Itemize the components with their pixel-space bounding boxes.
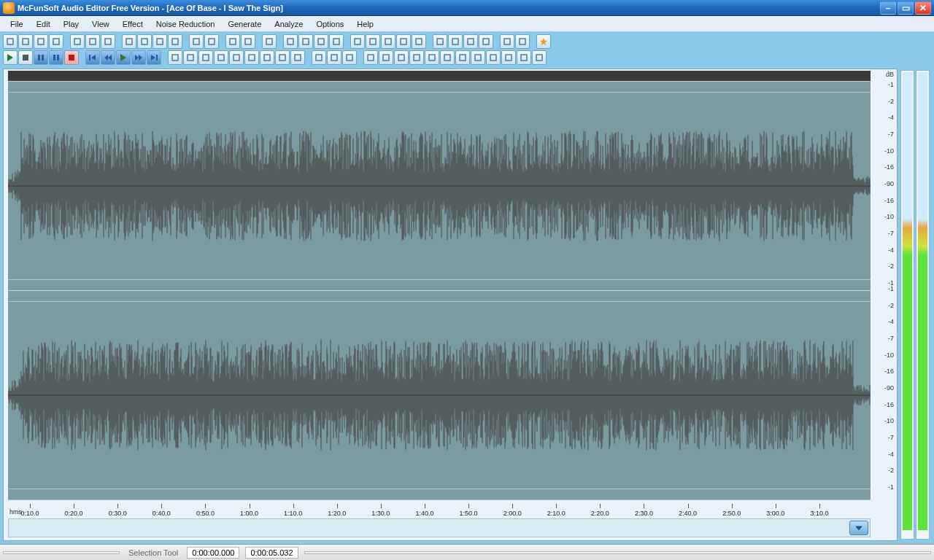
toolbtn-a5[interactable]: [425, 50, 439, 65]
menu-analyze[interactable]: Analyze: [269, 18, 309, 31]
toolbtn-a1[interactable]: [363, 50, 378, 65]
toolbtn-tool9[interactable]: [290, 50, 305, 65]
toolbtn-paste[interactable]: [153, 34, 167, 49]
toolbtn-effect1[interactable]: [433, 34, 447, 49]
toolbtn-amplify[interactable]: [366, 34, 380, 49]
toolbtn-tool5[interactable]: [229, 50, 244, 65]
toolbtn-compressor[interactable]: [381, 34, 395, 49]
toolbtn-equalizer[interactable]: [396, 34, 411, 49]
toolbtn-marker2[interactable]: [515, 34, 530, 49]
toolbtn-open-file[interactable]: [18, 34, 33, 49]
toolbtn-stop[interactable]: [18, 50, 33, 65]
menu-view[interactable]: View: [86, 18, 115, 31]
menu-help[interactable]: Help: [351, 18, 379, 31]
tracks-container[interactable]: [8, 81, 871, 499]
toolbtn-a6[interactable]: [440, 50, 455, 65]
toolbtn-a7[interactable]: [455, 50, 470, 65]
toolbtn-trim[interactable]: [204, 34, 219, 49]
toolbtn-new-file[interactable]: [3, 34, 18, 49]
menu-file[interactable]: File: [4, 18, 29, 31]
toolbtn-tool7[interactable]: [260, 50, 274, 65]
toolbtn-a10[interactable]: [501, 50, 516, 65]
toolbtn-save-file[interactable]: [34, 34, 48, 49]
toolbtn-pause2[interactable]: [49, 50, 63, 65]
toolbtn-crop[interactable]: [189, 34, 204, 49]
toolbtn-skip-start[interactable]: [85, 50, 100, 65]
toolbtn-copy2[interactable]: [137, 34, 152, 49]
toolbtn-a9[interactable]: [486, 50, 501, 65]
toolbtn-envelope[interactable]: [412, 34, 426, 49]
toolbtn-a2[interactable]: [379, 50, 393, 65]
toolbtn-tool3[interactable]: [198, 50, 213, 65]
toolbtn-tool8[interactable]: [275, 50, 290, 65]
toolbtn-repeat[interactable]: [101, 34, 115, 49]
toolbtn-vol-minus[interactable]: [298, 34, 313, 49]
toolbtn-cut[interactable]: [122, 34, 136, 49]
toolbtn-mix-paste[interactable]: [241, 34, 255, 49]
menu-options[interactable]: Options: [310, 18, 350, 31]
toolbtn-ffwd[interactable]: [131, 50, 146, 65]
close-button[interactable]: ✕: [915, 1, 931, 15]
time-tick: [512, 504, 513, 508]
toolbtn-delete[interactable]: [168, 34, 182, 49]
time-tick-label: 3:00.0: [766, 510, 784, 517]
status-selection-end: 0:00:05.032: [245, 547, 298, 559]
toolbtn-tool2[interactable]: [183, 50, 198, 65]
svg-rect-16: [287, 39, 293, 44]
track-right[interactable]: [8, 290, 871, 499]
toolbtn-a11[interactable]: [517, 50, 531, 65]
toolbtn-record[interactable]: [64, 50, 79, 65]
toolbtn-filters[interactable]: [463, 34, 478, 49]
toolbtn-mix[interactable]: [225, 34, 240, 49]
toolbtn-play2[interactable]: [116, 50, 131, 65]
toolbtn-a4[interactable]: [409, 50, 424, 65]
minimize-button[interactable]: –: [880, 1, 896, 15]
toolbtn-play[interactable]: [3, 50, 18, 65]
title-bar: McFunSoft Audio Editor Free Version - [A…: [0, 0, 934, 16]
toolbtn-a12[interactable]: [532, 50, 547, 65]
time-tick-label: 2:40.0: [679, 510, 697, 517]
toolbtn-tool6[interactable]: [244, 50, 259, 65]
menu-edit[interactable]: Edit: [31, 18, 56, 31]
toolbtn-effect2[interactable]: [448, 34, 463, 49]
toolbtn-redo[interactable]: [85, 34, 100, 49]
track-left[interactable]: [8, 81, 871, 290]
toolbtn-marker1[interactable]: [500, 34, 514, 49]
toolbtn-star[interactable]: [536, 34, 551, 49]
toolbtn-fx3[interactable]: [342, 50, 357, 65]
toolbtn-fade-out[interactable]: [329, 34, 344, 49]
menu-play[interactable]: Play: [58, 18, 85, 31]
db-tick: -16: [884, 368, 894, 375]
toolbtn-fx1[interactable]: [312, 50, 326, 65]
svg-rect-30: [520, 39, 525, 44]
scroll-thumb[interactable]: [849, 521, 868, 535]
toolbtn-a3[interactable]: [394, 50, 409, 65]
toolbtn-spectral[interactable]: [479, 34, 493, 49]
menu-noise-reduction[interactable]: Noise Reduction: [150, 18, 221, 31]
toolbtn-undo[interactable]: [70, 34, 85, 49]
menu-effect[interactable]: Effect: [117, 18, 149, 31]
time-ruler[interactable]: hms 0:10.00:20.00:30.00:40.00:50.01:00.0…: [8, 499, 871, 517]
toolbtn-a8[interactable]: [471, 50, 485, 65]
waveform-panel: dB -1-2-4-7-10-16-90-16-10-7-4-2-1-1-2-4…: [3, 69, 898, 541]
toolbtn-tool1[interactable]: [168, 50, 182, 65]
toolbtn-copy[interactable]: [49, 34, 63, 49]
time-tick-label: 0:30.0: [109, 510, 127, 517]
svg-rect-9: [157, 39, 163, 44]
horizontal-scrollbar[interactable]: [8, 518, 871, 537]
menu-bar: File Edit Play View Effect Noise Reducti…: [0, 16, 934, 32]
toolbtn-tool4[interactable]: [214, 50, 228, 65]
menu-generate[interactable]: Generate: [222, 18, 267, 31]
toolbtn-rewind[interactable]: [101, 50, 115, 65]
svg-rect-34: [53, 55, 55, 61]
toolbtn-normalize[interactable]: [350, 34, 365, 49]
toolbtn-vol-plus[interactable]: [283, 34, 298, 49]
toolbtn-skip-end[interactable]: [147, 50, 161, 65]
toolbtn-pause[interactable]: [34, 50, 48, 65]
toolbtn-fx2[interactable]: [327, 50, 341, 65]
time-unit-label: hms: [9, 508, 22, 516]
toolbtn-print[interactable]: [262, 34, 277, 49]
toolbtn-fade-in[interactable]: [314, 34, 328, 49]
selection-ruler[interactable]: [8, 71, 871, 81]
maximize-button[interactable]: ▭: [898, 1, 914, 15]
